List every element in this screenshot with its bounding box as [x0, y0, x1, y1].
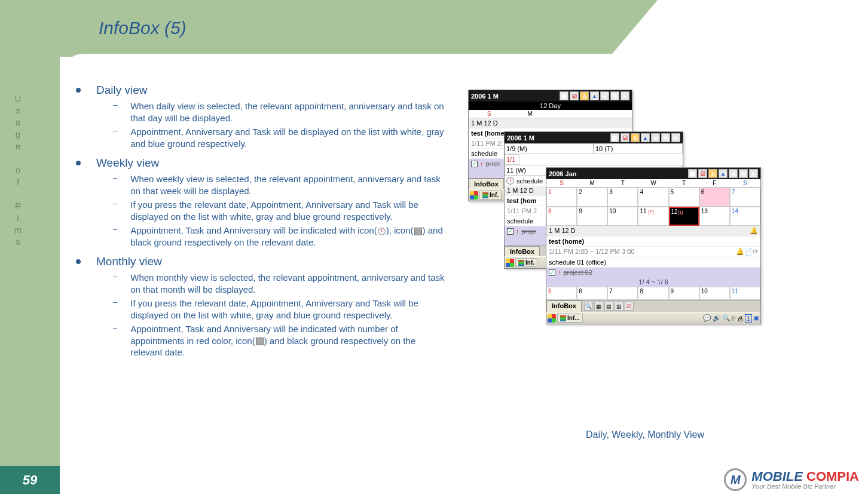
- cal-cell[interactable]: 14: [730, 207, 760, 226]
- dow: T: [607, 179, 638, 187]
- taskbar-button[interactable]: Inf.: [515, 258, 537, 267]
- header-date: 2006 Jan: [549, 170, 576, 177]
- window-header: 2006 Jan ▦ ☑ ♨ ▲ ◂ ⎘ ▸: [546, 168, 760, 179]
- tray-icon[interactable]: 🔍: [722, 314, 731, 322]
- cal-cell[interactable]: 13: [699, 207, 730, 226]
- list-row[interactable]: 1 M 12 D: [469, 118, 632, 128]
- windows-start-icon[interactable]: [548, 314, 556, 323]
- taskbar-button[interactable]: Inf...: [557, 314, 583, 323]
- person-icon[interactable]: ▲: [641, 133, 650, 142]
- section-title: Daily view: [96, 84, 148, 97]
- cal-cell[interactable]: 6: [699, 188, 730, 207]
- tray-icon[interactable]: F: [732, 315, 736, 322]
- cal-cell-today[interactable]: 12[1]: [669, 207, 699, 226]
- section-monthly: Monthly view – When monthly view is sele…: [76, 255, 447, 358]
- cal-cell[interactable]: 9: [577, 207, 607, 226]
- week-day-cell[interactable]: 1/1: [505, 154, 519, 165]
- logo-tagline: Your Best Mobile Biz Partner: [751, 483, 859, 490]
- cal-cell[interactable]: 9: [669, 287, 699, 300]
- tool-icon[interactable]: ▤: [604, 302, 613, 311]
- left-green-band: [0, 0, 60, 494]
- cal-cell[interactable]: 10: [607, 207, 638, 226]
- list-row[interactable]: 1/11 PM 2:00 ~ 1/12 PM 3:00 🔔📄⟳: [546, 247, 760, 257]
- prev-icon[interactable]: ◂: [729, 169, 738, 178]
- check-icon[interactable]: ☑: [621, 133, 629, 142]
- prev-icon[interactable]: ◂: [651, 133, 660, 142]
- day-banner: 12 Day: [469, 102, 632, 110]
- cal-cell[interactable]: 8: [546, 207, 577, 226]
- person-icon[interactable]: ▲: [590, 91, 599, 100]
- windows-start-icon[interactable]: [506, 259, 514, 267]
- infobox-tab[interactable]: InfoBox: [546, 300, 582, 312]
- checkbox-icon[interactable]: ✓: [507, 228, 514, 235]
- cal-cell[interactable]: 6: [577, 287, 607, 300]
- cal-cell[interactable]: 3: [607, 188, 638, 207]
- tray-icon[interactable]: 🖨: [737, 315, 744, 322]
- list-row[interactable]: 1 M 12 D🔔: [546, 226, 760, 237]
- cal-cell[interactable]: 11 [1]: [638, 207, 668, 226]
- cal-cell[interactable]: 5: [669, 188, 699, 207]
- tool-icon[interactable]: ☑: [625, 302, 634, 311]
- cal-cell[interactable]: 7: [607, 287, 638, 300]
- next-icon[interactable]: ▸: [749, 169, 758, 178]
- task-label: proje: [522, 228, 536, 235]
- next-icon[interactable]: ▸: [621, 91, 629, 100]
- tool-icon[interactable]: ▦: [594, 302, 603, 311]
- calendar-icon[interactable]: ▦: [688, 169, 697, 178]
- sub-text: Appointment, Task and Anniversary will b…: [130, 225, 447, 248]
- cal-cell[interactable]: 2: [577, 188, 607, 207]
- priority-icon: ↑: [558, 269, 561, 276]
- cake-icon[interactable]: ♨: [580, 91, 589, 100]
- task-row[interactable]: ✓ ↑ project 02: [546, 268, 760, 277]
- task-date: 1/ 4 ~ 1/ 6: [546, 277, 760, 287]
- square-icon: [414, 228, 422, 235]
- tray-icon[interactable]: 💬: [703, 314, 711, 322]
- next-icon[interactable]: ▸: [671, 133, 680, 142]
- cal-cell[interactable]: 7: [730, 188, 760, 207]
- calendar-icon[interactable]: ▦: [560, 91, 569, 100]
- checkbox-icon[interactable]: ✓: [471, 161, 478, 167]
- list-row[interactable]: schedule 01 (office): [546, 257, 760, 268]
- today-icon[interactable]: ⎘: [739, 169, 748, 178]
- check-icon[interactable]: ☑: [570, 91, 579, 100]
- cal-cell[interactable]: 5: [546, 287, 577, 300]
- cake-icon[interactable]: ♨: [631, 133, 640, 142]
- dow: [551, 110, 591, 118]
- cal-cell[interactable]: 10: [699, 287, 730, 300]
- screenshot-caption: Daily, Weekly, Monthly View: [586, 429, 704, 440]
- tray-icon[interactable]: ▣: [753, 314, 759, 322]
- dow: M: [509, 110, 550, 118]
- check-icon[interactable]: ☑: [698, 169, 707, 178]
- today-icon[interactable]: ⎘: [610, 91, 619, 100]
- tray-icon[interactable]: 🔊: [713, 314, 721, 322]
- windows-start-icon[interactable]: [470, 191, 478, 200]
- cal-cell[interactable]: 11: [730, 287, 760, 300]
- task-label: project 02: [564, 269, 592, 276]
- taskbar-button[interactable]: Inf.: [479, 191, 502, 200]
- tray-icon[interactable]: 1: [745, 314, 752, 323]
- task-label: proje: [486, 160, 500, 167]
- tool-icon[interactable]: 🔍: [584, 302, 593, 311]
- tool-icon[interactable]: ▥: [615, 302, 624, 311]
- cal-cell[interactable]: 8: [638, 287, 668, 300]
- week-day-cell[interactable]: 10 (T): [594, 143, 683, 154]
- cal-cell[interactable]: 4: [638, 188, 668, 207]
- calendar-icon[interactable]: ▦: [610, 133, 619, 142]
- checkbox-icon[interactable]: ✓: [549, 269, 555, 276]
- sub-text: When weekly view is selected, the releva…: [130, 173, 447, 197]
- list-row[interactable]: test (home): [546, 237, 760, 247]
- app-icon: [482, 192, 488, 198]
- infobox-tab[interactable]: InfoBox: [505, 246, 540, 256]
- infobox-tab[interactable]: InfoBox: [469, 179, 504, 189]
- bullet-icon: [76, 161, 81, 165]
- week-day-cell[interactable]: 1/9 (M): [505, 143, 594, 154]
- cal-cell[interactable]: 1: [546, 188, 577, 207]
- prev-icon[interactable]: ◂: [600, 91, 609, 100]
- window-header: 2006 1 M ▦ ☑ ♨ ▲ ◂ ⎘ ▸: [469, 90, 632, 102]
- bullet-content: Daily view – When daily view is selected…: [76, 84, 447, 366]
- dash-icon: –: [113, 199, 117, 222]
- cake-icon[interactable]: ♨: [708, 169, 717, 178]
- today-icon[interactable]: ⎘: [661, 133, 670, 142]
- status-icons: 🔔📄⟳: [736, 248, 758, 256]
- person-icon[interactable]: ▲: [719, 169, 728, 178]
